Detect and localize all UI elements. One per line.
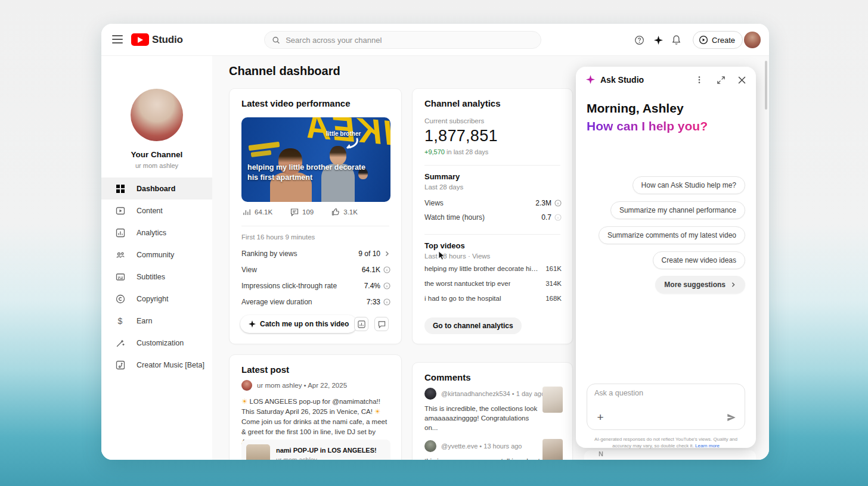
window-scrollbar[interactable] <box>765 61 767 110</box>
content-icon <box>115 205 125 216</box>
ask-question-input[interactable] <box>594 389 737 397</box>
embed-title: nami POP-UP in LOS ANGELES! <box>276 447 377 454</box>
top-video-row[interactable]: i had to go to the hospital 168K <box>424 295 562 302</box>
send-button[interactable] <box>724 410 739 425</box>
embed-thumbnail <box>246 444 270 460</box>
info-icon[interactable] <box>554 200 562 207</box>
delta-suffix: in last 28 days <box>445 148 488 155</box>
divider <box>241 226 389 226</box>
top-video-views: 314K <box>545 280 562 287</box>
hamburger-menu-icon[interactable] <box>112 35 123 43</box>
youtube-studio-logo[interactable]: Studio <box>131 33 183 46</box>
notifications-button[interactable] <box>671 35 681 45</box>
info-icon[interactable] <box>383 282 390 289</box>
expand-icon <box>717 76 726 85</box>
comment-video-thumbnail[interactable] <box>542 387 563 413</box>
summary-label: Watch time (hours) <box>424 213 485 222</box>
metric-label: Ranking by views <box>241 250 297 258</box>
stat-value: 3.1K <box>343 208 358 216</box>
help-button[interactable] <box>634 35 644 45</box>
ai-sparkle-button[interactable] <box>653 35 664 45</box>
sidebar-item-analytics[interactable]: Analytics <box>101 222 212 244</box>
sidebar-item-label: Customization <box>137 339 184 347</box>
account-avatar[interactable] <box>744 32 761 48</box>
bell-icon <box>671 35 681 45</box>
search-icon <box>272 36 280 45</box>
first-hours-label: First 16 hours 9 minutes <box>241 233 315 241</box>
sidebar-item-label: Content <box>137 207 163 215</box>
top-video-views: 168K <box>545 295 562 302</box>
summary-value: 2.3M <box>535 199 551 207</box>
channel-avatar[interactable] <box>131 89 183 141</box>
sun-emoji: ☀ <box>374 408 380 415</box>
suggestion-chip[interactable]: Summarize comments of my latest video <box>599 226 745 244</box>
divider <box>424 165 560 166</box>
attach-button[interactable]: + <box>593 410 607 425</box>
sun-emoji: ☀ <box>241 398 247 405</box>
metric-row-ctr: Impressions click-through rate 7.4% <box>241 281 390 291</box>
community-icon <box>115 250 125 260</box>
ask-question-box[interactable]: + <box>587 384 745 430</box>
go-to-comments-button[interactable] <box>374 317 389 331</box>
comment-video-thumbnail[interactable] <box>542 439 563 460</box>
create-button[interactable]: Create <box>693 31 743 49</box>
suggestion-chip[interactable]: How can Ask Studio help me? <box>633 176 745 194</box>
more-suggestions-button[interactable]: More suggestions <box>655 276 745 294</box>
more-suggestions-label: More suggestions <box>664 281 726 289</box>
create-label: Create <box>712 36 735 45</box>
sidebar-item-copyright[interactable]: Copyright <box>101 288 212 310</box>
sidebar-item-subtitles[interactable]: Subtitles <box>101 266 212 288</box>
mouse-cursor <box>438 251 445 260</box>
sidebar-item-community[interactable]: Community <box>101 244 212 266</box>
post-embedded-video[interactable]: nami POP-UP in LOS ANGELES! ur mom ashle… <box>241 440 390 460</box>
top-video-row[interactable]: the worst nantucket trip ever 314K <box>424 280 562 287</box>
commenter-avatar[interactable] <box>424 388 436 400</box>
catch-me-up-button[interactable]: Catch me up on this video <box>240 315 357 333</box>
learn-more-link[interactable]: Learn more <box>695 443 720 448</box>
ask-studio-panel: Ask Studio Morning, Ashley How can I hel… <box>576 67 756 448</box>
likes-icon <box>331 208 340 216</box>
info-icon[interactable] <box>554 214 562 221</box>
subtitles-icon <box>115 272 125 282</box>
earn-icon: $ <box>115 316 125 326</box>
sidebar-item-creator-music[interactable]: Creator Music [Beta] <box>101 354 212 376</box>
help-icon <box>634 35 644 45</box>
channel-name: Your Channel <box>101 150 212 159</box>
send-icon <box>726 412 737 423</box>
search-bar[interactable] <box>264 31 541 49</box>
chip-label: Create new video ideas <box>662 256 736 264</box>
sidebar-item-earn[interactable]: $ Earn <box>101 310 212 332</box>
sidebar-item-label: Subtitles <box>137 273 165 281</box>
expand-button[interactable] <box>715 74 726 85</box>
sidebar-item-content[interactable]: Content <box>101 200 212 222</box>
divider <box>424 234 560 235</box>
more-options-button[interactable] <box>694 74 705 85</box>
search-input[interactable] <box>286 36 534 45</box>
suggestion-chip[interactable]: Create new video ideas <box>653 251 745 269</box>
metric-row-ranking[interactable]: Ranking by views 9 of 10 <box>241 248 390 259</box>
top-video-title: the worst nantucket trip ever <box>424 280 510 287</box>
sidebar-item-label: Community <box>137 251 174 259</box>
commenter-avatar[interactable] <box>424 440 436 452</box>
post-meta: ur mom ashley • Apr 22, 2025 <box>241 380 347 391</box>
sidebar-item-dashboard[interactable]: Dashboard <box>101 177 212 200</box>
info-icon[interactable] <box>383 266 390 273</box>
latest-post-card: Latest post ur mom ashley • Apr 22, 2025… <box>229 354 402 460</box>
comment-text: This is incredible, the collections look… <box>424 404 542 432</box>
suggestion-chip[interactable]: Summarize my channel performance <box>610 201 745 219</box>
copyright-icon <box>115 294 125 304</box>
top-video-row[interactable]: helping my little brother decorate his f… <box>424 265 562 272</box>
post-author-avatar[interactable] <box>241 380 252 391</box>
stat-value: 64.1K <box>255 208 272 216</box>
post-meta-text: ur mom ashley • Apr 22, 2025 <box>257 382 347 389</box>
sidebar-item-customization[interactable]: Customization <box>101 332 212 354</box>
go-to-channel-analytics-button[interactable]: Go to channel analytics <box>424 317 522 334</box>
analytics-icon <box>115 228 125 238</box>
metric-value: 7.4% <box>364 282 380 290</box>
info-icon[interactable] <box>383 298 390 306</box>
go-to-analytics-button[interactable] <box>354 317 368 331</box>
close-button[interactable] <box>736 74 747 85</box>
analytics-icon <box>243 208 251 216</box>
greeting-name: Morning, Ashley <box>587 101 684 116</box>
latest-video-thumbnail[interactable]: IKEA little brother helping my little br… <box>241 117 390 202</box>
